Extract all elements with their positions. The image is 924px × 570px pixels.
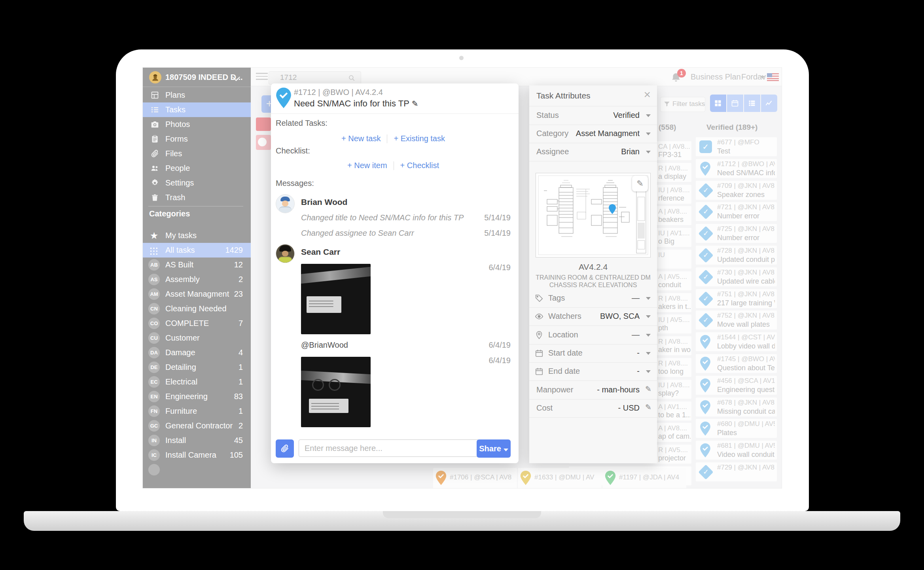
sidebar-category-my-tasks[interactable]: ★My tasks (143, 228, 251, 243)
close-icon[interactable]: × (644, 88, 651, 101)
task-card[interactable]: ✓#728 | @JKN | AV8....Updated conduit pa… (696, 246, 777, 265)
detail-row-end-date[interactable]: End date- (529, 362, 657, 381)
sidebar-item-photos[interactable]: Photos (143, 117, 251, 132)
task-card[interactable]: ✓#730 | @JKN | AV8....Updated wire cable… (696, 267, 777, 286)
share-button[interactable]: Share (477, 439, 511, 458)
task-title-fragment: to be a 1... (658, 411, 691, 419)
sidebar-category-assembly[interactable]: ASAssembly2 (143, 272, 251, 287)
sidebar-item-people[interactable]: People (143, 161, 251, 176)
detail-row-cost[interactable]: Cost- USD✎ (529, 399, 657, 418)
grid-view-button[interactable] (710, 95, 726, 112)
category-label: Cleaning Needed (165, 301, 227, 316)
chart-view-button[interactable] (761, 95, 777, 112)
category-badge: CU (148, 332, 160, 344)
sidebar-category-install[interactable]: INInstall45 (143, 433, 251, 448)
sidebar-category-customer[interactable]: CUCustomer (143, 331, 251, 345)
task-title: Question about Tech... (717, 364, 775, 372)
us-flag-icon[interactable] (767, 73, 779, 81)
sidebar-category-item[interactable] (143, 462, 251, 477)
sidebar-category-engineering[interactable]: ENEngineering83 (143, 389, 251, 404)
sidebar-category-complete[interactable]: COCOMPLETE7 (143, 316, 251, 331)
task-card[interactable]: ✓#677 | @MFOTest (696, 137, 777, 156)
task-card-text: #721 | @JKN | AV8....Number error (717, 203, 775, 220)
sidebar-category-as-built[interactable]: ABAS Built12 (143, 258, 251, 272)
task-id: #1197 | @JDA | AV4 (619, 473, 679, 481)
sidebar-category-damage[interactable]: DADamage4 (143, 345, 251, 360)
business-plan-label[interactable]: Business Plan (691, 72, 741, 81)
detail-row-watchers[interactable]: WatchersBWO, SCA (529, 307, 657, 326)
sidebar-item-tasks[interactable]: Tasks (143, 102, 251, 117)
sidebar-item-files[interactable]: Files (143, 146, 251, 161)
task-id-fragment: R | AV8.... (658, 295, 691, 303)
sidebar-category-all-tasks[interactable]: All tasks1429 (143, 243, 251, 258)
message-photo[interactable] (301, 357, 371, 427)
attribute-row-status[interactable]: StatusVerified (529, 106, 657, 125)
task-card[interactable]: #681 | @DMU | AV5....Video wall conduit (696, 441, 777, 460)
task-card[interactable]: #1712 | @BWO | AV...Need SN/MAC info f..… (696, 159, 777, 178)
sidebar-item-forms[interactable]: Forms (143, 132, 251, 146)
sidebar-category-detailing[interactable]: DEDetailing1 (143, 360, 251, 375)
task-card[interactable]: ✓#709 | @JKN | AV8....Speaker zones (696, 181, 777, 200)
attribute-row-category[interactable]: CategoryAsset Managment (529, 125, 657, 143)
categories-header: Categories (149, 209, 190, 218)
checklist-link[interactable]: + Checklist (400, 161, 439, 170)
task-card[interactable]: #1633 | @DMU | AV (518, 468, 602, 489)
task-card[interactable]: #1745 | @BWO | AV...Question about Tech.… (696, 354, 777, 373)
task-id: #721 | @JKN | AV8.... (717, 203, 775, 211)
sidebar-item-label: Trash (165, 190, 185, 205)
task-card[interactable]: #456 | @SCA | AV1....Engineering questio… (696, 376, 777, 395)
task-card[interactable]: #680 | @DMU | AV5....Plates (696, 419, 777, 438)
category-count: 1 (239, 404, 243, 419)
task-card[interactable]: #1544 | @CST | AV8....Lobby video wall d… (696, 332, 777, 351)
attribute-row-assignee[interactable]: AssigneeBrian (529, 143, 657, 161)
detail-row-tags[interactable]: Tags— (529, 289, 657, 308)
search-box[interactable] (269, 71, 361, 85)
detail-value: BWO, SCA (600, 312, 640, 321)
sidebar-category-install-camera[interactable]: ICInstall Camera105 (143, 448, 251, 462)
existing-task-link[interactable]: + Existing task (394, 134, 445, 143)
pencil-icon[interactable]: ✎ (645, 403, 651, 412)
chevron-down-icon (646, 315, 651, 318)
detail-label: Manpower (536, 385, 573, 394)
category-label: My tasks (165, 228, 197, 243)
filter-tasks-button[interactable]: Filter tasks (660, 97, 705, 112)
cal-view-button[interactable] (727, 95, 743, 112)
detail-row-start-date[interactable]: Start date- (529, 344, 657, 363)
task-card[interactable]: ✓#725 | @JKN | AV8....Number error (696, 224, 777, 243)
new-task-link[interactable]: + New task (341, 134, 381, 143)
new-item-link[interactable]: + New item (347, 161, 387, 170)
message-input[interactable] (299, 439, 479, 457)
chevron-down-icon (646, 334, 651, 337)
attribute-value: Verified (613, 111, 640, 120)
files-icon (151, 150, 159, 158)
sidebar-category-asset-managment[interactable]: AMAsset Managment23 (143, 287, 251, 301)
sidebar-category-electrical[interactable]: ECElectrical1 (143, 375, 251, 389)
sidebar-category-cleaning-needed[interactable]: CNCleaning Needed (143, 301, 251, 316)
task-card[interactable]: ✓#751 | @JKN | AV8....217 large training… (696, 289, 777, 308)
task-card[interactable]: #678 | @JKN | AV8....Missing conduit cal… (696, 398, 777, 417)
pencil-icon[interactable]: ✎ (412, 99, 418, 108)
task-id: #681 | @DMU | AV5.... (717, 442, 775, 450)
task-card[interactable]: ✓#729 | @JKN | AV8 (696, 462, 777, 481)
search-input[interactable] (279, 73, 344, 82)
plan-thumbnail[interactable]: ✎ (536, 173, 651, 258)
task-card[interactable]: #1706 | @SCA | AV8 (433, 468, 517, 489)
project-switcher[interactable]: 1807509 INDEED D... (143, 68, 251, 87)
detail-row-manpower[interactable]: Manpower- man-hours✎ (529, 381, 657, 400)
sidebar-item-trash[interactable]: Trash (143, 190, 251, 205)
detail-row-location[interactable]: Location— (529, 326, 657, 345)
task-card[interactable]: #1197 | @JDA | AV4 (602, 468, 686, 489)
task-detail-modal: #1712 | @BWO | AV4.2.4 Need SN/MAC info … (271, 83, 519, 463)
attach-button[interactable] (276, 439, 294, 458)
menu-icon[interactable] (256, 73, 268, 81)
task-card[interactable]: ✓#752 | @JKN | AV8....Move wall plates (696, 311, 777, 330)
pencil-icon[interactable]: ✎ (645, 384, 651, 394)
message-photo[interactable] (301, 264, 371, 334)
edit-plan-button[interactable]: ✎ (632, 176, 648, 191)
sidebar-item-settings[interactable]: Settings (143, 176, 251, 190)
sidebar-category-general-contractor[interactable]: GCGeneral Contractor2 (143, 419, 251, 433)
sidebar-category-furniture[interactable]: FNFurniture1 (143, 404, 251, 419)
rows-view-button[interactable] (744, 95, 760, 112)
task-card[interactable]: ✓#721 | @JKN | AV8....Number error (696, 202, 777, 221)
sidebar-item-plans[interactable]: Plans (143, 88, 251, 102)
